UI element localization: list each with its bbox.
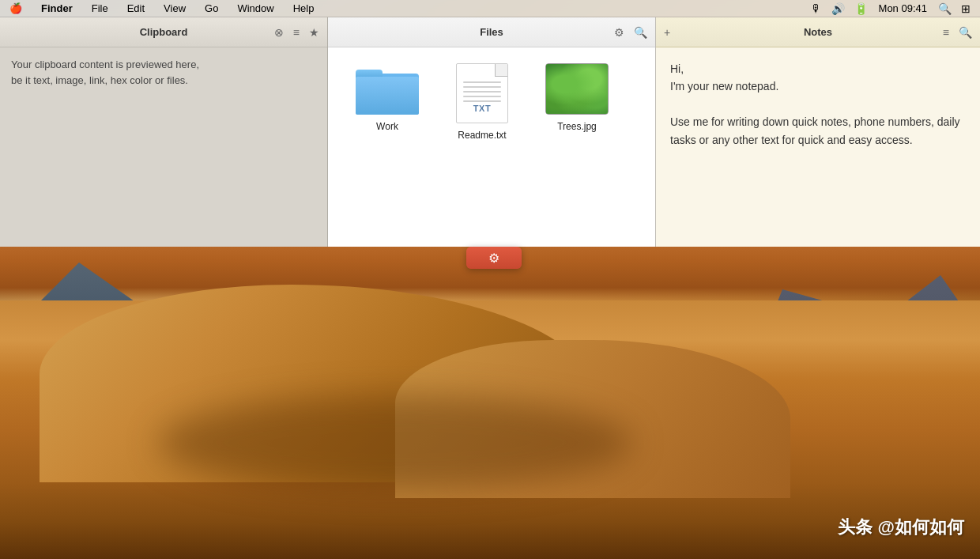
clipboard-circle-x-icon[interactable]: ⊗ [274,26,284,39]
txt-lines [463,81,501,102]
window-container: Clipboard ⊗ ≡ ★ Your clipboard content i… [0,17,980,247]
mic-icon: 🎙 [811,2,822,15]
txt-line-2 [463,86,501,88]
files-title: Files [480,26,503,38]
clipboard-panel: Clipboard ⊗ ≡ ★ Your clipboard content i… [0,17,328,247]
clipboard-list-icon[interactable]: ≡ [293,26,300,39]
txt-line-1 [463,81,501,83]
txt-page: TXT [456,63,508,123]
menu-file[interactable]: File [89,2,111,14]
notes-title: Notes [804,26,832,38]
watermark: 头条 @如何如何 [838,516,964,539]
clipboard-titlebar-icons: ⊗ ≡ ★ [274,26,319,39]
notes-search-icon[interactable]: 🔍 [959,26,972,39]
volume-icon[interactable]: 🔊 [831,2,845,15]
control-center-icon[interactable]: ⊞ [961,2,971,15]
battery-icon: 🔋 [854,2,868,15]
files-panel: Files ⚙ 🔍 Work [328,17,656,247]
files-search-icon[interactable]: 🔍 [634,26,647,39]
notes-content: Hi, I'm your new notepad. Use me for wri… [656,47,980,247]
txt-corner-fold [495,64,507,77]
file-label-readme: Readme.txt [458,130,506,141]
trees-leaf-bg [546,64,608,114]
txt-icon-readme: TXT [456,63,508,123]
sand-shadow [158,395,632,490]
menubar: 🍎 Finder File Edit View Go Window Help 🎙… [0,0,980,17]
file-item-readme[interactable]: TXT Readme.txt [447,63,518,141]
notes-titlebar-icons-right: ≡ 🔍 [943,26,972,39]
menu-view[interactable]: View [160,2,189,14]
notes-add-icon[interactable]: + [664,26,670,39]
app-name[interactable]: Finder [38,2,76,14]
clipboard-content: Your clipboard content is previewed here… [0,47,327,247]
folder-icon-work [356,63,419,115]
menubar-left: 🍎 Finder File Edit View Go Window Help [0,2,317,14]
file-item-work[interactable]: Work [352,63,423,132]
txt-line-5 [463,100,501,102]
notes-titlebar-icons-left: + [664,26,670,39]
notes-list-icon[interactable]: ≡ [943,26,949,39]
gear-button-icon: ⚙ [488,251,499,266]
trees-image-icon [545,63,609,115]
menu-window[interactable]: Window [234,2,277,14]
clipboard-titlebar: Clipboard ⊗ ≡ ★ [0,17,327,47]
files-content: Work TXT [328,47,655,247]
clipboard-text: Your clipboard content is previewed here… [11,57,316,88]
txt-line-3 [463,91,501,93]
file-label-trees: Trees.jpg [557,121,597,132]
notes-panel: + Notes ≡ 🔍 Hi, I'm your new notepad. Us… [656,17,980,247]
txt-label-inside: TXT [473,104,491,113]
file-item-trees[interactable]: Trees.jpg [541,63,612,132]
files-titlebar: Files ⚙ 🔍 [328,17,655,47]
menu-help[interactable]: Help [290,2,318,14]
notes-titlebar: + Notes ≡ 🔍 [656,17,980,47]
files-gear-icon[interactable]: ⚙ [614,26,624,39]
gear-button[interactable]: ⚙ [466,247,522,269]
txt-line-4 [463,96,501,97]
menu-go[interactable]: Go [202,2,221,14]
clock: Mon 09:41 [876,2,930,14]
clipboard-star-icon[interactable]: ★ [309,26,319,39]
menubar-right: 🎙 🔊 🔋 Mon 09:41 🔍 ⊞ [809,2,980,15]
notes-text: Hi, I'm your new notepad. Use me for wri… [670,60,966,149]
apple-menu[interactable]: 🍎 [6,2,25,14]
folder-front [356,77,419,115]
menu-edit[interactable]: Edit [124,2,148,14]
file-label-work: Work [376,121,398,132]
files-titlebar-icons: ⚙ 🔍 [614,26,647,39]
search-icon[interactable]: 🔍 [938,2,952,15]
clipboard-title: Clipboard [140,26,188,38]
